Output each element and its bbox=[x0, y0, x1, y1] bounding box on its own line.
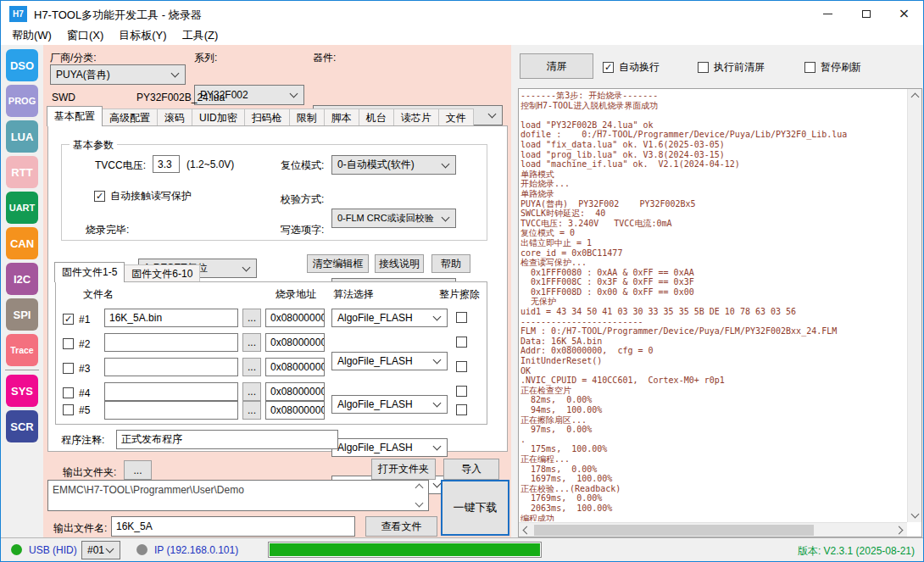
browse-button[interactable]: ... bbox=[242, 382, 261, 401]
tab-firmware-6-10[interactable]: 固件文件6-10 bbox=[124, 264, 200, 282]
help-button[interactable]: 帮助 bbox=[431, 254, 470, 273]
program-comment-input[interactable]: 正式发布程序 bbox=[116, 430, 338, 449]
erase-checkbox[interactable] bbox=[456, 337, 467, 348]
output-path-scrollbar[interactable] bbox=[413, 481, 426, 509]
auto-protect-checkbox[interactable]: ✓ 自动接触读写保护 bbox=[94, 189, 192, 203]
sidebar-item-dso[interactable]: DSO bbox=[6, 49, 38, 81]
tab-limit[interactable]: 限制 bbox=[289, 109, 325, 126]
chevron-down-icon bbox=[433, 480, 442, 488]
ip-status-label[interactable]: IP (192.168.0.101) bbox=[154, 544, 238, 556]
tab-read-chip[interactable]: 读芯片 bbox=[393, 109, 439, 126]
erase-checkbox[interactable] bbox=[456, 386, 467, 397]
flash-address-input[interactable]: 0x08000000 bbox=[265, 333, 325, 352]
output-folder-browse-button[interactable]: ... bbox=[124, 460, 152, 480]
flash-address-input[interactable]: 0x08000000 bbox=[265, 401, 325, 420]
erase-checkbox[interactable] bbox=[456, 312, 467, 323]
close-button[interactable]: × bbox=[885, 1, 923, 26]
algorithm-select[interactable]: AlgoFile_FLASH bbox=[331, 395, 448, 414]
maximize-button[interactable] bbox=[847, 1, 885, 26]
file-row-number: #5 bbox=[79, 404, 90, 416]
tab-basic-config[interactable]: 基本配置 bbox=[47, 106, 103, 126]
file-enable-checkbox[interactable]: #4 bbox=[63, 384, 90, 402]
chevron-down-icon bbox=[171, 70, 180, 78]
sidebar-item-prog[interactable]: PROG bbox=[6, 85, 38, 117]
file-enable-checkbox[interactable]: #5 bbox=[63, 401, 90, 419]
import-button[interactable]: 导入 bbox=[443, 459, 499, 480]
checkbox-icon bbox=[63, 404, 74, 415]
erase-checkbox[interactable] bbox=[456, 404, 467, 415]
minimize-button[interactable] bbox=[809, 1, 847, 26]
clear-screen-button[interactable]: 清屏 bbox=[520, 53, 593, 79]
tab-rolling-code[interactable]: 滚码 bbox=[157, 109, 192, 126]
chevron-down-icon bbox=[488, 110, 497, 119]
flash-address-input[interactable]: 0x08000000 bbox=[265, 309, 325, 327]
algorithm-select[interactable]: AlgoFile_FLASH bbox=[331, 438, 448, 457]
menu-target-board[interactable]: 目标板(Y) bbox=[114, 28, 177, 43]
series-label: 系列: bbox=[194, 51, 217, 65]
output-name-input[interactable]: 16K_5A bbox=[111, 516, 355, 537]
flash-address-input[interactable]: 0x08000000 bbox=[265, 382, 325, 401]
menu-window[interactable]: 窗口(X) bbox=[63, 28, 114, 43]
tvcc-input[interactable]: 3.3 bbox=[153, 155, 180, 173]
output-path-box[interactable]: EMMC\H7-TOOL\Programmer\User\Demo bbox=[47, 480, 429, 511]
sidebar-item-spi[interactable]: SPI bbox=[6, 298, 38, 331]
auto-wrap-checkbox[interactable]: ✓ 自动换行 bbox=[603, 60, 660, 75]
flash-address-input[interactable]: 0x08000000 bbox=[265, 358, 325, 376]
file-enable-checkbox[interactable]: #2 bbox=[63, 335, 90, 353]
menu-tools[interactable]: 工具(Z) bbox=[178, 28, 230, 43]
log-output[interactable]: -------第3步: 开始烧录------- 控制H7-TOOL进入脱机烧录界… bbox=[520, 91, 906, 521]
tab-script[interactable]: 脚本 bbox=[324, 109, 359, 126]
clear-edit-button[interactable]: 清空编辑框 bbox=[307, 254, 369, 273]
algorithm-value: AlgoFile_FLASH bbox=[337, 355, 413, 367]
log-horizontal-scrollbar[interactable] bbox=[519, 522, 907, 537]
verify-mode-select[interactable]: 0-FLM CRC或读回校验 bbox=[331, 209, 456, 228]
interface-value: SWD bbox=[52, 92, 75, 103]
file-name-input[interactable] bbox=[104, 401, 238, 420]
file-name-input[interactable] bbox=[104, 333, 238, 352]
scrollbar-thumb[interactable] bbox=[534, 525, 814, 536]
wiring-help-button[interactable]: 接线说明 bbox=[375, 254, 424, 273]
vendor-select[interactable]: PUYA(普冉) bbox=[50, 64, 186, 85]
sidebar-item-scr[interactable]: SCR bbox=[6, 410, 38, 442]
file-name-input[interactable] bbox=[104, 358, 238, 376]
browse-button[interactable]: ... bbox=[242, 401, 261, 420]
sidebar-item-i2c[interactable]: I2C bbox=[6, 263, 38, 295]
tab-file[interactable]: 文件 bbox=[438, 109, 474, 126]
sidebar-item-sys[interactable]: SYS bbox=[6, 375, 38, 407]
usb-status-label[interactable]: USB (HID) bbox=[29, 544, 77, 556]
verify-mode-label: 校验方式: bbox=[281, 192, 324, 207]
sidebar-item-can[interactable]: CAN bbox=[6, 227, 38, 259]
clear-before-run-checkbox[interactable]: 执行前清屏 bbox=[698, 60, 765, 75]
file-enable-checkbox[interactable]: #3 bbox=[63, 359, 90, 377]
tab-firmware-1-5[interactable]: 固件文件1-5 bbox=[54, 262, 125, 282]
one-key-download-button[interactable]: 一键下载 bbox=[441, 480, 509, 536]
sidebar-item-lua[interactable]: LUA bbox=[6, 120, 38, 153]
algorithm-select[interactable]: AlgoFile_FLASH bbox=[331, 309, 448, 327]
file-name-input[interactable]: 16K_5A.bin bbox=[104, 309, 238, 327]
sidebar-item-uart[interactable]: UART bbox=[6, 192, 38, 224]
sidebar-item-rtt[interactable]: RTT bbox=[6, 156, 38, 188]
scroll-left-icon bbox=[523, 526, 532, 535]
pause-refresh-checkbox[interactable]: 暂停刷新 bbox=[804, 60, 861, 75]
vendor-label: 厂商/分类: bbox=[50, 51, 97, 65]
open-folder-button[interactable]: 打开文件夹 bbox=[371, 459, 436, 480]
browse-button[interactable]: ... bbox=[242, 309, 261, 327]
tab-uid-encrypt[interactable]: UID加密 bbox=[192, 109, 245, 126]
reset-mode-select[interactable]: 0-自动模式(软件) bbox=[331, 155, 456, 175]
file-enable-checkbox[interactable]: ✓ #1 bbox=[63, 310, 90, 328]
tab-barcode-scanner[interactable]: 扫码枪 bbox=[244, 109, 290, 126]
tab-machine[interactable]: 机台 bbox=[359, 109, 394, 126]
clear-before-run-label: 执行前清屏 bbox=[714, 60, 765, 75]
view-file-button[interactable]: 查看文件 bbox=[365, 516, 437, 537]
browse-button[interactable]: ... bbox=[242, 358, 261, 376]
sidebar-item-trace[interactable]: Trace bbox=[6, 334, 38, 366]
channel-select[interactable]: #01 bbox=[81, 541, 120, 559]
checkbox-icon: ✓ bbox=[63, 314, 74, 325]
browse-button[interactable]: ... bbox=[242, 333, 261, 352]
file-name-input[interactable] bbox=[104, 382, 238, 401]
erase-checkbox[interactable] bbox=[456, 361, 467, 372]
menu-help[interactable]: 帮助(W) bbox=[8, 28, 63, 43]
log-vertical-scrollbar[interactable] bbox=[907, 89, 921, 522]
algorithm-select[interactable]: AlgoFile_FLASH bbox=[331, 352, 448, 370]
tab-advanced-config[interactable]: 高级配置 bbox=[102, 109, 158, 126]
